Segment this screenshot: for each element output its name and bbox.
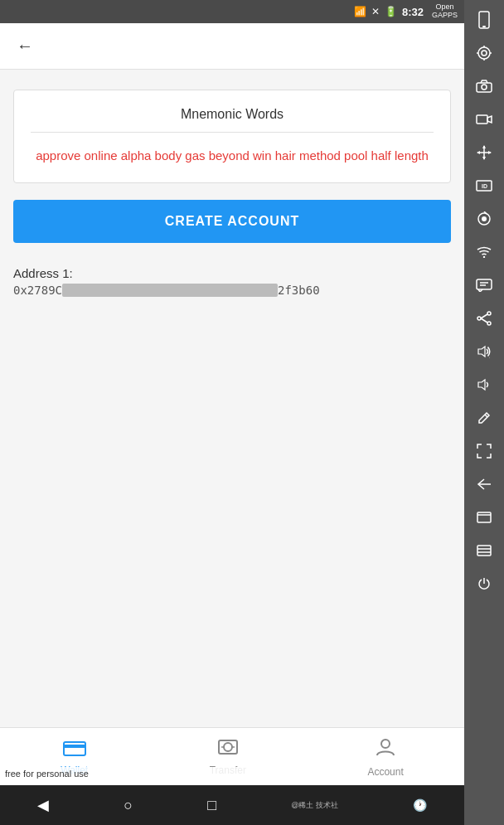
mnemonic-title: Mnemonic Words xyxy=(31,107,434,133)
sidebar-fullscreen-icon[interactable] xyxy=(469,436,499,466)
svg-rect-0 xyxy=(64,742,85,755)
sidebar-window-icon[interactable] xyxy=(469,502,499,532)
svg-marker-23 xyxy=(477,151,480,154)
sidebar-menu-icon[interactable] xyxy=(469,536,499,565)
svg-rect-47 xyxy=(477,546,491,556)
clock-icon: 🕐 xyxy=(413,798,427,812)
svg-text:+: + xyxy=(488,356,492,358)
svg-point-28 xyxy=(482,216,487,221)
create-account-button[interactable]: CREATE ACCOUNT xyxy=(13,200,451,243)
battery-icon: 🔋 xyxy=(385,6,397,17)
wallet-icon xyxy=(63,738,86,761)
svg-marker-41 xyxy=(478,380,485,390)
svg-point-17 xyxy=(482,85,487,90)
svg-point-10 xyxy=(482,51,487,56)
svg-text:ID: ID xyxy=(482,183,487,189)
mnemonic-words: approve online alpha body gas beyond win… xyxy=(31,146,434,166)
nav-header: ← xyxy=(0,23,464,70)
sidebar-video-icon[interactable] xyxy=(469,104,499,134)
sidebar-camera-icon[interactable] xyxy=(469,71,499,101)
svg-marker-24 xyxy=(488,151,492,154)
watermark: free for personal use xyxy=(0,767,249,780)
svg-marker-22 xyxy=(482,157,486,160)
svg-marker-39 xyxy=(478,347,485,357)
wifi-icon: 📶 xyxy=(354,6,366,17)
sidebar-id-icon[interactable]: ID xyxy=(469,171,499,201)
recent-system-btn[interactable]: □ xyxy=(207,797,216,814)
address-blurred xyxy=(62,284,278,297)
sidebar-move-icon[interactable] xyxy=(469,138,499,167)
svg-point-30 xyxy=(483,256,485,258)
sidebar-edit-icon[interactable] xyxy=(469,403,499,433)
signal-icon: ✕ xyxy=(371,6,380,17)
main-content: 📶 ✕ 🔋 8:32 Open GAPPS ← Mnemonic Words a… xyxy=(0,0,464,825)
sidebar-share-icon[interactable] xyxy=(469,303,499,333)
sidebar-volume-down-icon[interactable]: - xyxy=(469,370,499,400)
sidebar-back-icon[interactable] xyxy=(469,469,499,499)
account-label: Account xyxy=(367,766,403,778)
address-value: 0x2789C 2f3b60 xyxy=(13,284,451,297)
svg-point-36 xyxy=(477,317,481,320)
sidebar-phone-icon[interactable] xyxy=(469,5,499,35)
sidebar-power-icon[interactable] xyxy=(469,569,499,599)
back-button[interactable]: ← xyxy=(13,33,36,59)
sidebar-volume-up-icon[interactable]: + xyxy=(469,337,499,366)
content-area: Mnemonic Words approve online alpha body… xyxy=(0,70,464,727)
svg-marker-21 xyxy=(482,145,486,148)
svg-line-38 xyxy=(481,318,487,323)
mnemonic-card: Mnemonic Words approve online alpha body… xyxy=(13,90,451,183)
svg-point-3 xyxy=(224,743,232,751)
status-time: 8:32 xyxy=(402,6,424,18)
svg-rect-1 xyxy=(64,745,85,748)
svg-point-34 xyxy=(487,312,491,315)
svg-text:-: - xyxy=(487,389,489,391)
address-prefix: 0x2789C xyxy=(13,284,62,297)
transfer-icon xyxy=(216,738,240,761)
svg-point-9 xyxy=(478,47,490,59)
svg-line-37 xyxy=(481,314,487,318)
sidebar-gps-icon[interactable]: GPS xyxy=(469,38,499,68)
svg-rect-8 xyxy=(482,26,486,27)
status-bar: 📶 ✕ 🔋 8:32 Open GAPPS xyxy=(0,0,464,23)
sidebar-record-icon[interactable] xyxy=(469,204,499,234)
address-section: Address 1: 0x2789C 2f3b60 xyxy=(13,260,451,303)
sidebar-wifi-icon[interactable] xyxy=(469,237,499,267)
svg-rect-45 xyxy=(477,512,491,522)
svg-line-43 xyxy=(485,415,487,417)
nav-item-account[interactable]: Account xyxy=(351,731,419,783)
svg-text:GPS: GPS xyxy=(480,60,489,61)
back-system-btn[interactable]: ◀ xyxy=(37,796,49,814)
address-suffix: 2f3b60 xyxy=(278,284,320,297)
system-bar: ◀ ○ □ @稀土 技术社 🕐 xyxy=(0,785,464,825)
svg-rect-18 xyxy=(477,115,487,124)
address-label: Address 1: xyxy=(13,266,451,280)
right-sidebar: GPS xyxy=(464,0,504,825)
svg-point-6 xyxy=(381,740,390,748)
svg-rect-31 xyxy=(477,279,492,289)
svg-point-35 xyxy=(487,322,491,325)
home-system-btn[interactable]: ○ xyxy=(124,797,133,814)
brand-label: @稀土 技术社 xyxy=(291,800,338,811)
account-icon xyxy=(375,736,396,763)
open-gapps-label: Open GAPPS xyxy=(432,3,458,20)
sidebar-message-icon[interactable] xyxy=(469,270,499,300)
